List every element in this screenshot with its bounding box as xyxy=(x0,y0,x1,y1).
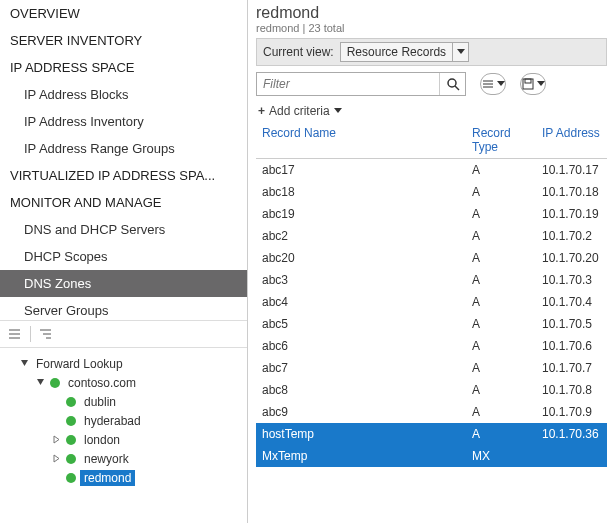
tree-row[interactable]: Forward Lookup xyxy=(4,354,247,373)
nav-item[interactable]: Server Groups xyxy=(0,297,247,320)
cell-record-type: A xyxy=(466,207,536,221)
nav-item[interactable]: IP Address Blocks xyxy=(0,81,247,108)
nav-item[interactable]: DNS and DHCP Servers xyxy=(0,216,247,243)
col-record-name[interactable]: Record Name xyxy=(256,122,466,158)
svg-marker-6 xyxy=(21,360,28,366)
tree-row[interactable]: newyork xyxy=(4,449,247,468)
nav-item[interactable]: MONITOR AND MANAGE xyxy=(0,189,247,216)
grid-body: abc17A10.1.70.17abc18A10.1.70.18abc19A10… xyxy=(256,159,607,467)
table-row[interactable]: abc20A10.1.70.20 xyxy=(256,247,607,269)
tree-label: london xyxy=(80,432,124,448)
status-dot-icon xyxy=(66,454,76,464)
nav-item[interactable]: IP Address Inventory xyxy=(0,108,247,135)
nav-item[interactable]: VIRTUALIZED IP ADDRESS SPA... xyxy=(0,162,247,189)
list-icon xyxy=(482,79,494,89)
svg-point-11 xyxy=(448,79,456,87)
cell-ip-address: 10.1.70.9 xyxy=(536,405,607,419)
filter-input[interactable] xyxy=(257,77,439,91)
table-row[interactable]: abc2A10.1.70.2 xyxy=(256,225,607,247)
table-row[interactable]: abc8A10.1.70.8 xyxy=(256,379,607,401)
cell-record-type: A xyxy=(466,163,536,177)
cell-record-type: A xyxy=(466,339,536,353)
table-row[interactable]: abc5A10.1.70.5 xyxy=(256,313,607,335)
table-row[interactable]: abc7A10.1.70.7 xyxy=(256,357,607,379)
cell-ip-address: 10.1.70.7 xyxy=(536,361,607,375)
tree-label: newyork xyxy=(80,451,133,467)
list-options-button[interactable] xyxy=(480,73,506,95)
nav-item[interactable]: IP ADDRESS SPACE xyxy=(0,54,247,81)
nav-item[interactable]: DHCP Scopes xyxy=(0,243,247,270)
twistie-icon[interactable] xyxy=(34,377,46,389)
grid-header: Record Name Record Type IP Address xyxy=(256,122,607,159)
filter-box xyxy=(256,72,466,96)
cell-record-name: abc5 xyxy=(256,317,466,331)
current-view-select[interactable]: Resource Records xyxy=(340,42,469,62)
cell-record-name: abc19 xyxy=(256,207,466,221)
cell-ip-address: 10.1.70.5 xyxy=(536,317,607,331)
cell-record-name: abc7 xyxy=(256,361,466,375)
cell-record-type: A xyxy=(466,405,536,419)
cell-record-name: abc17 xyxy=(256,163,466,177)
cell-ip-address: 10.1.70.6 xyxy=(536,339,607,353)
chevron-down-icon xyxy=(537,81,545,87)
table-row[interactable]: abc17A10.1.70.17 xyxy=(256,159,607,181)
table-row[interactable]: hostTempA10.1.70.36 xyxy=(256,423,607,445)
twistie-spacer xyxy=(50,396,62,408)
cell-ip-address: 10.1.70.20 xyxy=(536,251,607,265)
save-options-button[interactable] xyxy=(520,73,546,95)
table-row[interactable]: abc18A10.1.70.18 xyxy=(256,181,607,203)
twistie-icon[interactable] xyxy=(18,358,30,370)
nav-item[interactable]: SERVER INVENTORY xyxy=(0,27,247,54)
nav-item[interactable]: OVERVIEW xyxy=(0,0,247,27)
page-subtitle: redmond | 23 total xyxy=(256,22,607,34)
twistie-icon[interactable] xyxy=(50,453,62,465)
tree-mode-tree-button[interactable] xyxy=(35,324,57,344)
tree-mode-flat-button[interactable] xyxy=(4,324,26,344)
svg-rect-18 xyxy=(525,79,531,83)
tree-label: Forward Lookup xyxy=(32,356,127,372)
twistie-icon[interactable] xyxy=(50,434,62,446)
cell-record-type: A xyxy=(466,317,536,331)
cell-ip-address: 10.1.70.4 xyxy=(536,295,607,309)
nav-item[interactable]: DNS Zones xyxy=(0,270,247,297)
save-icon xyxy=(522,78,534,90)
tree-label: redmond xyxy=(80,470,135,486)
tree-row[interactable]: contoso.com xyxy=(4,373,247,392)
cell-record-type: A xyxy=(466,427,536,441)
table-row[interactable]: abc9A10.1.70.9 xyxy=(256,401,607,423)
table-row[interactable]: abc19A10.1.70.19 xyxy=(256,203,607,225)
table-row[interactable]: MxTempMX xyxy=(256,445,607,467)
status-dot-icon xyxy=(66,397,76,407)
toolbar xyxy=(256,72,607,96)
cell-record-name: abc9 xyxy=(256,405,466,419)
records-grid: Record Name Record Type IP Address abc17… xyxy=(256,122,607,523)
col-ip-address[interactable]: IP Address xyxy=(536,122,607,158)
cell-record-type: A xyxy=(466,383,536,397)
table-row[interactable]: abc3A10.1.70.3 xyxy=(256,269,607,291)
tree-row[interactable]: dublin xyxy=(4,392,247,411)
col-record-type[interactable]: Record Type xyxy=(466,122,536,158)
tree-label: hyderabad xyxy=(80,413,145,429)
tree-mode-bar xyxy=(0,320,247,348)
tree-label: contoso.com xyxy=(64,375,140,391)
svg-marker-8 xyxy=(54,436,59,443)
cell-ip-address: 10.1.70.36 xyxy=(536,427,607,441)
add-criteria-button[interactable]: + Add criteria xyxy=(256,104,607,118)
tree-row[interactable]: london xyxy=(4,430,247,449)
table-row[interactable]: abc6A10.1.70.6 xyxy=(256,335,607,357)
cell-record-name: abc6 xyxy=(256,339,466,353)
tree-row[interactable]: redmond xyxy=(4,468,247,487)
svg-marker-20 xyxy=(334,108,342,113)
current-view-value: Resource Records xyxy=(341,45,452,59)
table-row[interactable]: abc4A10.1.70.4 xyxy=(256,291,607,313)
tree-label: dublin xyxy=(80,394,120,410)
status-dot-icon xyxy=(66,435,76,445)
tree-row[interactable]: hyderabad xyxy=(4,411,247,430)
cell-ip-address: 10.1.70.3 xyxy=(536,273,607,287)
cell-ip-address: 10.1.70.2 xyxy=(536,229,607,243)
cell-ip-address: 10.1.70.17 xyxy=(536,163,607,177)
search-button[interactable] xyxy=(439,73,465,95)
nav-item[interactable]: IP Address Range Groups xyxy=(0,135,247,162)
divider xyxy=(30,326,31,342)
cell-record-type: A xyxy=(466,185,536,199)
